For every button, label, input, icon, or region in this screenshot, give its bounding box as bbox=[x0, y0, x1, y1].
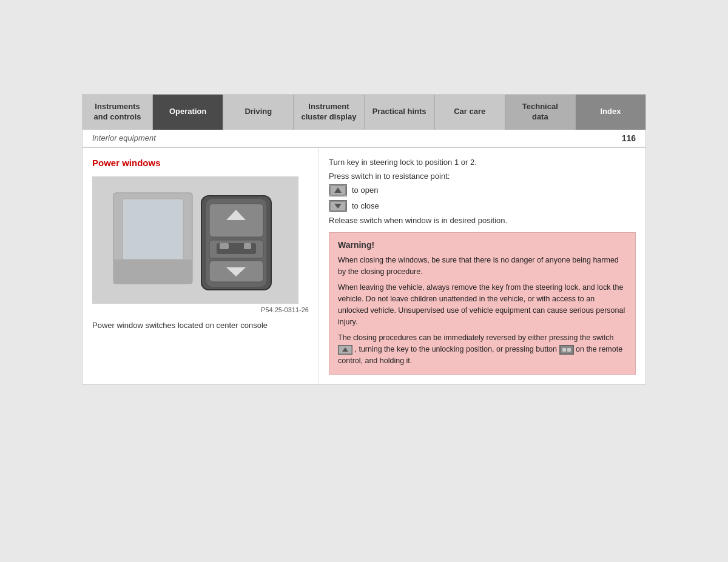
window-switch-image bbox=[92, 176, 298, 304]
switch-close-row: to close bbox=[329, 200, 636, 212]
content-body: Power windows bbox=[83, 147, 645, 384]
tab-driving[interactable]: Driving bbox=[223, 95, 294, 130]
svg-rect-2 bbox=[113, 259, 192, 284]
svg-rect-21 bbox=[567, 348, 571, 352]
page-header: Interior equipment 116 bbox=[83, 130, 645, 147]
switch-illustration-svg bbox=[107, 181, 283, 299]
svg-rect-20 bbox=[562, 348, 566, 352]
switch-open-label: to open bbox=[352, 186, 378, 195]
tab-car-care[interactable]: Car care bbox=[435, 95, 505, 130]
tab-operation[interactable]: Operation bbox=[153, 95, 223, 130]
breadcrumb: Interior equipment bbox=[92, 133, 156, 142]
svg-rect-19 bbox=[560, 346, 573, 354]
release-text: Release switch when window is in desired… bbox=[329, 216, 636, 225]
switch-open-icon bbox=[329, 184, 347, 196]
svg-rect-1 bbox=[123, 199, 183, 259]
tab-practical-hints[interactable]: Practical hints bbox=[365, 95, 435, 130]
image-caption: P54.25-0311-26 bbox=[92, 306, 309, 313]
warning-para-3: The closing procedures can be immediatel… bbox=[338, 332, 627, 366]
instruction-text-1: Turn key in steering lock to position 1 … bbox=[329, 158, 636, 167]
svg-rect-9 bbox=[220, 243, 229, 249]
page-number: 116 bbox=[622, 133, 636, 143]
content-area: Instruments and controls Operation Drivi… bbox=[82, 94, 646, 385]
section-title: Power windows bbox=[92, 158, 309, 168]
warning-title: Warning! bbox=[338, 240, 627, 250]
page-wrapper: Instruments and controls Operation Drivi… bbox=[0, 0, 728, 562]
switch-close-icon bbox=[329, 200, 347, 212]
tab-instruments[interactable]: Instruments and controls bbox=[83, 95, 153, 130]
image-desc: Power window switches located on center … bbox=[92, 321, 309, 330]
left-panel: Power windows bbox=[83, 148, 319, 384]
switch-close-label: to close bbox=[352, 201, 379, 210]
svg-rect-10 bbox=[244, 243, 251, 249]
inline-switch-open-icon bbox=[338, 345, 352, 355]
nav-tabs: Instruments and controls Operation Drivi… bbox=[83, 95, 645, 130]
tab-instrument-cluster[interactable]: Instrument cluster display bbox=[294, 95, 364, 130]
warning-box: Warning! When closing the windows, be su… bbox=[329, 232, 636, 375]
warning-para-1: When closing the windows, be sure that t… bbox=[338, 255, 627, 278]
switch-open-row: to open bbox=[329, 184, 636, 196]
inline-remote-button-icon bbox=[559, 345, 574, 355]
tab-index[interactable]: Index bbox=[576, 95, 645, 130]
instruction-text-2: Press switch in to resistance point: bbox=[329, 172, 636, 181]
svg-rect-5 bbox=[209, 204, 263, 237]
right-panel: Turn key in steering lock to position 1 … bbox=[319, 148, 645, 384]
warning-para-2: When leaving the vehicle, always remove … bbox=[338, 282, 627, 327]
tab-technical-data[interactable]: Technical data bbox=[505, 95, 576, 130]
